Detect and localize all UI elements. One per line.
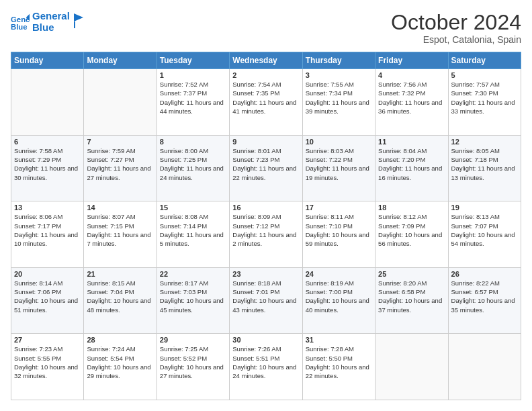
day-number: 12 [451, 138, 518, 146]
calendar-week-5: 27Sunrise: 7:23 AM Sunset: 5:55 PM Dayli… [11, 334, 521, 400]
logo: General Blue General Blue [11, 11, 83, 33]
calendar-cell: 21Sunrise: 8:15 AM Sunset: 7:04 PM Dayli… [84, 267, 157, 334]
day-number: 30 [232, 336, 299, 344]
calendar-header-wednesday: Wednesday [230, 52, 302, 69]
day-info: Sunrise: 7:59 AM Sunset: 7:27 PM Dayligh… [87, 146, 153, 182]
svg-rect-4 [74, 21, 75, 28]
calendar-cell: 5Sunrise: 7:57 AM Sunset: 7:30 PM Daylig… [448, 69, 521, 136]
calendar-header-monday: Monday [84, 52, 157, 69]
header: General Blue General Blue October 2024 E… [11, 11, 521, 45]
day-info: Sunrise: 8:12 AM Sunset: 7:09 PM Dayligh… [378, 212, 445, 248]
day-number: 27 [14, 336, 81, 344]
day-number: 14 [87, 203, 153, 212]
day-number: 22 [160, 270, 226, 278]
calendar-cell: 30Sunrise: 7:26 AM Sunset: 5:51 PM Dayli… [230, 334, 302, 400]
logo-flag-icon [74, 13, 83, 28]
day-number: 16 [232, 203, 299, 212]
day-number: 17 [306, 203, 372, 212]
day-info: Sunrise: 8:20 AM Sunset: 6:58 PM Dayligh… [378, 279, 445, 314]
calendar-table: SundayMondayTuesdayWednesdayThursdayFrid… [11, 52, 521, 400]
calendar-week-4: 20Sunrise: 8:14 AM Sunset: 7:06 PM Dayli… [11, 267, 521, 334]
calendar-header-friday: Friday [375, 52, 448, 69]
day-info: Sunrise: 7:28 AM Sunset: 5:50 PM Dayligh… [306, 345, 372, 380]
logo-blue: Blue [32, 22, 70, 34]
day-number: 24 [306, 270, 372, 278]
main-title: October 2024 [391, 11, 521, 34]
calendar-cell [448, 334, 521, 400]
calendar-week-3: 13Sunrise: 8:06 AM Sunset: 7:17 PM Dayli… [11, 201, 521, 268]
calendar-cell: 4Sunrise: 7:56 AM Sunset: 7:32 PM Daylig… [375, 69, 448, 136]
day-info: Sunrise: 8:15 AM Sunset: 7:04 PM Dayligh… [87, 279, 153, 314]
calendar-cell: 11Sunrise: 8:04 AM Sunset: 7:20 PM Dayli… [375, 135, 448, 201]
calendar-header-sunday: Sunday [11, 52, 84, 69]
day-info: Sunrise: 8:11 AM Sunset: 7:10 PM Dayligh… [306, 212, 372, 248]
day-info: Sunrise: 7:23 AM Sunset: 5:55 PM Dayligh… [14, 345, 81, 380]
day-info: Sunrise: 8:09 AM Sunset: 7:12 PM Dayligh… [232, 212, 299, 248]
day-number: 2 [232, 71, 299, 79]
day-info: Sunrise: 7:25 AM Sunset: 5:52 PM Dayligh… [160, 345, 226, 380]
day-number: 26 [451, 270, 518, 278]
calendar-header-thursday: Thursday [302, 52, 375, 69]
calendar-week-1: 1Sunrise: 7:52 AM Sunset: 7:37 PM Daylig… [11, 69, 521, 136]
day-number: 23 [232, 270, 299, 278]
day-number: 5 [451, 71, 518, 79]
calendar-cell: 9Sunrise: 8:01 AM Sunset: 7:23 PM Daylig… [230, 135, 302, 201]
svg-text:Blue: Blue [11, 22, 28, 30]
logo-general: General [32, 11, 70, 22]
calendar-header-saturday: Saturday [448, 52, 521, 69]
page: General Blue General Blue October 2024 E… [0, 0, 532, 411]
day-info: Sunrise: 8:13 AM Sunset: 7:07 PM Dayligh… [451, 212, 518, 248]
day-number: 9 [232, 138, 299, 146]
day-info: Sunrise: 7:57 AM Sunset: 7:30 PM Dayligh… [451, 80, 518, 116]
calendar-week-2: 6Sunrise: 7:58 AM Sunset: 7:29 PM Daylig… [11, 135, 521, 201]
calendar-cell: 28Sunrise: 7:24 AM Sunset: 5:54 PM Dayli… [84, 334, 157, 400]
calendar-header-row: SundayMondayTuesdayWednesdayThursdayFrid… [11, 52, 521, 69]
calendar-cell: 23Sunrise: 8:18 AM Sunset: 7:01 PM Dayli… [230, 267, 302, 334]
calendar-cell: 26Sunrise: 8:22 AM Sunset: 6:57 PM Dayli… [448, 267, 521, 334]
calendar-cell: 16Sunrise: 8:09 AM Sunset: 7:12 PM Dayli… [230, 201, 302, 268]
day-number: 6 [14, 138, 81, 146]
calendar-cell: 27Sunrise: 7:23 AM Sunset: 5:55 PM Dayli… [11, 334, 84, 400]
day-number: 8 [160, 138, 226, 146]
day-number: 7 [87, 138, 153, 146]
calendar-cell: 19Sunrise: 8:13 AM Sunset: 7:07 PM Dayli… [448, 201, 521, 268]
calendar-cell: 31Sunrise: 7:28 AM Sunset: 5:50 PM Dayli… [302, 334, 375, 400]
day-info: Sunrise: 8:22 AM Sunset: 6:57 PM Dayligh… [451, 279, 518, 314]
logo-icon: General Blue [11, 13, 30, 32]
day-number: 29 [160, 336, 226, 344]
calendar-cell: 3Sunrise: 7:55 AM Sunset: 7:34 PM Daylig… [302, 69, 375, 136]
day-number: 4 [378, 71, 445, 79]
day-info: Sunrise: 7:55 AM Sunset: 7:34 PM Dayligh… [306, 80, 372, 116]
day-info: Sunrise: 8:17 AM Sunset: 7:03 PM Dayligh… [160, 279, 226, 314]
calendar-cell [84, 69, 157, 136]
calendar-cell: 18Sunrise: 8:12 AM Sunset: 7:09 PM Dayli… [375, 201, 448, 268]
svg-marker-3 [74, 13, 83, 21]
calendar-cell: 15Sunrise: 8:08 AM Sunset: 7:14 PM Dayli… [157, 201, 229, 268]
calendar-cell: 6Sunrise: 7:58 AM Sunset: 7:29 PM Daylig… [11, 135, 84, 201]
day-number: 3 [306, 71, 372, 79]
day-number: 25 [378, 270, 445, 278]
day-info: Sunrise: 8:06 AM Sunset: 7:17 PM Dayligh… [14, 212, 81, 248]
day-number: 1 [160, 71, 226, 79]
calendar-cell: 25Sunrise: 8:20 AM Sunset: 6:58 PM Dayli… [375, 267, 448, 334]
subtitle: Espot, Catalonia, Spain [391, 34, 521, 45]
calendar-cell [11, 69, 84, 136]
calendar-cell: 2Sunrise: 7:54 AM Sunset: 7:35 PM Daylig… [230, 69, 302, 136]
day-info: Sunrise: 7:58 AM Sunset: 7:29 PM Dayligh… [14, 146, 81, 182]
calendar-cell: 22Sunrise: 8:17 AM Sunset: 7:03 PM Dayli… [157, 267, 229, 334]
day-info: Sunrise: 7:56 AM Sunset: 7:32 PM Dayligh… [378, 80, 445, 116]
calendar-cell: 7Sunrise: 7:59 AM Sunset: 7:27 PM Daylig… [84, 135, 157, 201]
calendar-cell: 8Sunrise: 8:00 AM Sunset: 7:25 PM Daylig… [157, 135, 229, 201]
day-info: Sunrise: 8:08 AM Sunset: 7:14 PM Dayligh… [160, 212, 226, 248]
calendar-cell: 1Sunrise: 7:52 AM Sunset: 7:37 PM Daylig… [157, 69, 229, 136]
day-info: Sunrise: 8:19 AM Sunset: 7:00 PM Dayligh… [306, 279, 372, 314]
day-info: Sunrise: 8:05 AM Sunset: 7:18 PM Dayligh… [451, 146, 518, 182]
day-info: Sunrise: 7:54 AM Sunset: 7:35 PM Dayligh… [232, 80, 299, 116]
title-block: October 2024 Espot, Catalonia, Spain [391, 11, 521, 45]
calendar-cell: 14Sunrise: 8:07 AM Sunset: 7:15 PM Dayli… [84, 201, 157, 268]
day-number: 10 [306, 138, 372, 146]
day-number: 21 [87, 270, 153, 278]
calendar-cell: 17Sunrise: 8:11 AM Sunset: 7:10 PM Dayli… [302, 201, 375, 268]
day-info: Sunrise: 8:14 AM Sunset: 7:06 PM Dayligh… [14, 279, 81, 314]
calendar-cell: 20Sunrise: 8:14 AM Sunset: 7:06 PM Dayli… [11, 267, 84, 334]
